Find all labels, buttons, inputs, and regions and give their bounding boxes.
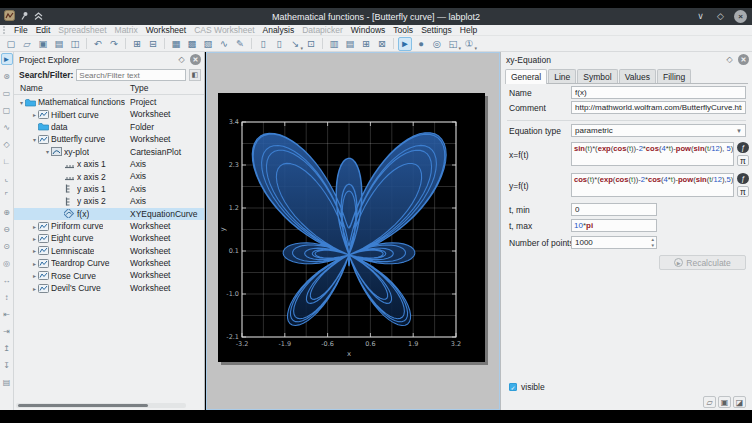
- load-template-button[interactable]: ▱: [703, 396, 716, 408]
- equation-type-select[interactable]: parametric ▼: [571, 124, 746, 137]
- tab-line[interactable]: Line: [548, 69, 576, 83]
- tree-row-x-axis-1[interactable]: x axis 1Axis: [14, 158, 204, 170]
- zoom-original-icon[interactable]: ⊙: [1, 240, 13, 252]
- expander-closed-icon[interactable]: ▸: [31, 285, 38, 292]
- tree-row-y-axis-1[interactable]: y axis 1Axis: [14, 183, 204, 195]
- add-legend-icon[interactable]: ▤: [1, 376, 13, 388]
- column-name[interactable]: Name: [20, 83, 43, 93]
- add-horizontal-axis-icon[interactable]: ∟: [1, 155, 13, 167]
- menu-settings[interactable]: Settings: [417, 25, 456, 35]
- menu-datapicker[interactable]: Datapicker: [298, 25, 347, 35]
- tree-row-eight-curve[interactable]: ▸Eight curveWorksheet: [14, 232, 204, 244]
- fit-page-icon[interactable]: ⊡: [304, 37, 318, 51]
- open-project-icon[interactable]: ▱: [20, 37, 34, 51]
- shift-down-y-icon[interactable]: ↧: [1, 359, 13, 371]
- new-script-icon[interactable]: ▯: [272, 37, 286, 51]
- zoom-out-icon[interactable]: ⊖: [1, 223, 13, 235]
- magnification-icon[interactable]: ①▾: [462, 37, 476, 51]
- expander-closed-icon[interactable]: ▸: [31, 111, 38, 118]
- print-icon[interactable]: ▤: [52, 37, 66, 51]
- tree-row-piriform-curve[interactable]: ▸Piriform curveWorksheet: [14, 220, 204, 232]
- expander-open-icon[interactable]: ▾: [18, 99, 25, 106]
- menubar-drag-handle[interactable]: [3, 26, 6, 34]
- column-type[interactable]: Type: [130, 83, 148, 93]
- add-xy-curve-icon[interactable]: ∿: [1, 121, 13, 133]
- horizontal-scrollbar[interactable]: [16, 403, 186, 408]
- search-filter-input[interactable]: [76, 69, 186, 81]
- break-layout-icon[interactable]: ⊠: [375, 37, 389, 51]
- export-image-icon[interactable]: ↘▾: [288, 37, 302, 51]
- select-pointer-icon[interactable]: ►: [398, 37, 412, 51]
- tree-row-hilbert-curve[interactable]: ▸Hilbert curveWorksheet: [14, 108, 204, 120]
- tab-values[interactable]: Values: [619, 69, 656, 83]
- edit-tool-icon[interactable]: ✎: [233, 37, 247, 51]
- expander-open-icon[interactable]: ▾: [44, 148, 51, 155]
- tab-general[interactable]: General: [505, 69, 547, 84]
- filter-options-button[interactable]: ◧: [189, 69, 201, 81]
- undo-icon[interactable]: ↶: [91, 37, 105, 51]
- tab-filling[interactable]: Filling: [657, 69, 691, 83]
- new-worksheet-icon[interactable]: ▧: [201, 37, 215, 51]
- save-template-button[interactable]: ▣: [718, 396, 731, 408]
- tree-row-devil-s-curve[interactable]: ▸Devil's CurveWorksheet: [14, 282, 204, 294]
- x-equation-input[interactable]: sin(t)*(exp(cos(t))-2*cos(4*t)-pow(sin(t…: [571, 142, 734, 166]
- expander-closed-icon[interactable]: ▸: [31, 272, 38, 279]
- visible-checkbox[interactable]: ✓: [509, 383, 517, 391]
- expander-closed-icon[interactable]: ▸: [31, 247, 38, 254]
- menu-windows[interactable]: Windows: [347, 25, 389, 35]
- menu-edit[interactable]: Edit: [32, 25, 55, 35]
- add-image-icon[interactable]: ▢: [1, 104, 13, 116]
- menu-help[interactable]: Help: [456, 25, 481, 35]
- redo-icon[interactable]: ↷: [107, 37, 121, 51]
- expander-closed-icon[interactable]: ▸: [31, 235, 38, 242]
- menu-worksheet[interactable]: Worksheet: [142, 25, 190, 35]
- new-note-icon[interactable]: ▯: [256, 37, 270, 51]
- paste-properties-button[interactable]: ◪: [733, 396, 746, 408]
- name-input[interactable]: [571, 86, 746, 99]
- close-button[interactable]: ×: [734, 10, 747, 23]
- menu-spreadsheet[interactable]: Spreadsheet: [54, 25, 110, 35]
- shift-up-y-icon[interactable]: ↥: [1, 342, 13, 354]
- y-equation-input[interactable]: cos(t)*(exp(cos(t))-2*cos(4*t)-pow(sin(t…: [571, 173, 734, 197]
- insert-function-button[interactable]: ƒ: [737, 173, 749, 184]
- expander-open-icon[interactable]: ▾: [31, 136, 38, 143]
- t-max-input[interactable]: 10*pi: [571, 219, 657, 232]
- tree-row-x-axis-2[interactable]: x axis 2Axis: [14, 170, 204, 182]
- float-panel-icon[interactable]: ◇: [176, 54, 187, 65]
- tree-row-rose-curve[interactable]: ▸Rose CurveWorksheet: [14, 269, 204, 281]
- minimize-button[interactable]: ∨: [694, 10, 707, 23]
- new-matrix-icon[interactable]: ▩: [185, 37, 199, 51]
- new-spreadsheet-icon[interactable]: ▦: [169, 37, 183, 51]
- add-equation-curve-icon[interactable]: ◇: [1, 138, 13, 150]
- zoom-fit-icon[interactable]: ◱▾: [446, 37, 460, 51]
- add-custom-axis-icon[interactable]: ⌜: [1, 189, 13, 201]
- shade-window-icon[interactable]: [34, 11, 43, 21]
- pointer-tool-icon[interactable]: ►: [1, 53, 13, 65]
- tree-row-data[interactable]: dataFolder: [14, 121, 204, 133]
- tree-row-teardrop-curve[interactable]: ▸Teardrop CurveWorksheet: [14, 257, 204, 269]
- maximize-button[interactable]: ◇: [714, 10, 727, 23]
- pin-window-icon[interactable]: [20, 11, 29, 21]
- horizontal-layout-icon[interactable]: ▤: [343, 37, 357, 51]
- shift-left-x-icon[interactable]: ⇤: [1, 308, 13, 320]
- number-of-points-spinbox[interactable]: 1000 ▲▼: [571, 236, 657, 249]
- new-xy-curve-icon[interactable]: ∿: [217, 37, 231, 51]
- insert-function-button[interactable]: ƒ: [737, 142, 749, 153]
- zoom-in-icon[interactable]: ⊕: [1, 206, 13, 218]
- zoom-select-icon[interactable]: ◎: [430, 37, 444, 51]
- new-workbook-icon[interactable]: ⊞: [130, 37, 144, 51]
- pan-tool-icon[interactable]: ●: [414, 37, 428, 51]
- tree-row-y-axis-2[interactable]: y axis 2Axis: [14, 195, 204, 207]
- zoom-select-x-icon[interactable]: ↔: [1, 274, 13, 286]
- comment-input[interactable]: [571, 101, 746, 114]
- vertical-layout-icon[interactable]: ▥: [327, 37, 341, 51]
- add-text-label-icon[interactable]: ▭: [1, 87, 13, 99]
- expander-closed-icon[interactable]: ▸: [31, 223, 38, 230]
- tree-row-mathematical-functions[interactable]: ▾Mathematical functionsProject: [14, 96, 204, 108]
- t-min-input[interactable]: [571, 203, 657, 216]
- new-project-icon[interactable]: ▢: [4, 37, 18, 51]
- close-panel-icon[interactable]: ✕: [738, 54, 749, 65]
- close-panel-icon[interactable]: ✕: [190, 54, 201, 65]
- scrollbar-thumb[interactable]: [18, 404, 148, 407]
- expander-closed-icon[interactable]: ▸: [31, 260, 38, 267]
